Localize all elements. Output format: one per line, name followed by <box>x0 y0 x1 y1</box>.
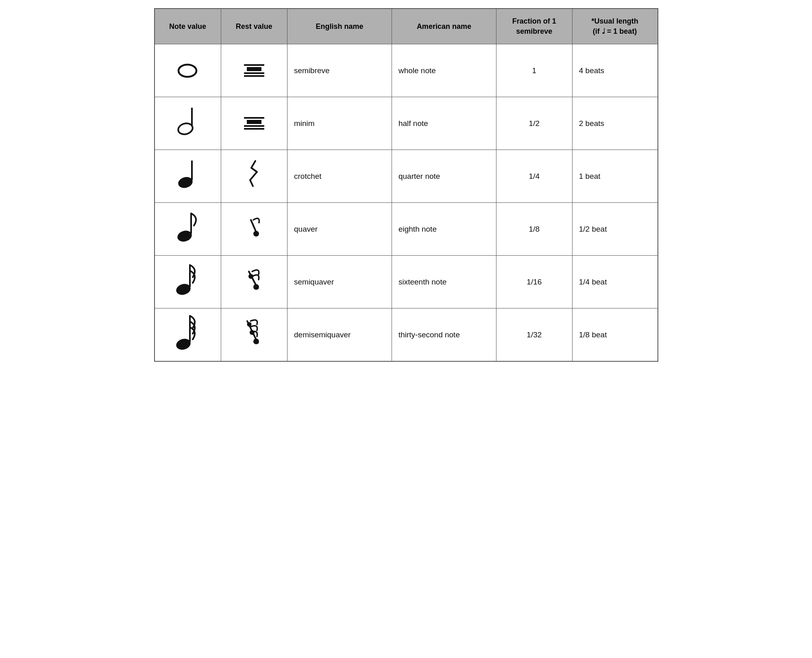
american-name-eighth: eighth note <box>392 203 496 256</box>
eighth-note-svg <box>176 210 200 243</box>
rest-top-line <box>244 64 264 66</box>
english-name-demisemiquaver: demisemiquaver <box>287 308 392 362</box>
rest-symbol-quarter <box>221 150 287 203</box>
whole-rest-display <box>228 64 281 77</box>
fraction-semibreve: 1 <box>496 44 572 97</box>
thirty-second-rest-svg <box>244 316 264 349</box>
rest-mid-line <box>244 72 264 74</box>
col-header-rest-value: Rest value <box>221 9 287 44</box>
rest-symbol-whole <box>221 44 287 97</box>
note-symbol-crotchet <box>155 150 221 203</box>
american-name-sixteenth: sixteenth note <box>392 256 496 308</box>
sixteenth-note-svg <box>174 262 201 296</box>
col-header-english-name: English name <box>287 9 392 44</box>
table-row: quaver eighth note 1/8 1/2 beat <box>155 203 658 256</box>
note-symbol-minim <box>155 97 221 150</box>
thirty-second-note-svg <box>174 313 201 351</box>
col-header-usual-length: *Usual length(if ♩ = 1 beat) <box>572 9 657 44</box>
english-name-semibreve: semibreve <box>287 44 392 97</box>
svg-line-13 <box>249 271 258 289</box>
american-name-thirty-second: thirty-second note <box>392 308 496 362</box>
half-rest-block <box>247 120 261 124</box>
table-row: semibreve whole note 1 4 beats <box>155 44 658 97</box>
quarter-rest-svg <box>244 158 264 190</box>
rest-block <box>247 67 261 71</box>
rest-symbol-sixteenth <box>221 256 287 308</box>
rest-symbol-half <box>221 97 287 150</box>
american-name-quarter: quarter note <box>392 150 496 203</box>
table-header-row: Note value Rest value English name Ameri… <box>155 9 658 44</box>
eighth-rest-svg <box>246 213 262 241</box>
usual-length-quaver: 1/2 beat <box>572 203 657 256</box>
table-row: semiquaver sixteenth note 1/16 1/4 beat <box>155 256 658 308</box>
half-note-svg <box>176 104 199 137</box>
sixteenth-rest-svg <box>245 264 263 295</box>
music-notes-table: Note value Rest value English name Ameri… <box>154 8 658 362</box>
quarter-note-svg <box>176 157 199 190</box>
table-row: crotchet quarter note 1/4 1 beat <box>155 150 658 203</box>
col-header-note-value: Note value <box>155 9 221 44</box>
english-name-semiquaver: semiquaver <box>287 256 392 308</box>
american-name-half: half note <box>392 97 496 150</box>
usual-length-minim: 2 beats <box>572 97 657 150</box>
english-name-crotchet: crotchet <box>287 150 392 203</box>
svg-point-0 <box>179 65 196 77</box>
half-rest-top-line <box>244 117 264 119</box>
fraction-crotchet: 1/4 <box>496 150 572 203</box>
usual-length-crotchet: 1 beat <box>572 150 657 203</box>
col-header-american-name: American name <box>392 9 496 44</box>
note-symbol-semibreve <box>155 44 221 97</box>
whole-note-svg <box>176 59 199 79</box>
fraction-semiquaver: 1/16 <box>496 256 572 308</box>
note-symbol-quaver <box>155 203 221 256</box>
english-name-quaver: quaver <box>287 203 392 256</box>
rest-symbol-eighth <box>221 203 287 256</box>
fraction-minim: 1/2 <box>496 97 572 150</box>
note-symbol-semiquaver <box>155 256 221 308</box>
american-name-whole: whole note <box>392 44 496 97</box>
table-row: demisemiquaver thirty-second note 1/32 1… <box>155 308 658 362</box>
fraction-demisemiquaver: 1/32 <box>496 308 572 362</box>
note-symbol-demisemiquaver <box>155 308 221 362</box>
usual-length-demisemiquaver: 1/8 beat <box>572 308 657 362</box>
rest-symbol-thirty-second <box>221 308 287 362</box>
english-name-minim: minim <box>287 97 392 150</box>
half-rest-bot2-line <box>244 128 264 130</box>
usual-length-semibreve: 4 beats <box>572 44 657 97</box>
half-rest-display <box>228 117 281 130</box>
col-header-fraction: Fraction of 1 semibreve <box>496 9 572 44</box>
table-row: minim half note 1/2 2 beats <box>155 97 658 150</box>
half-rest-bot-line <box>244 125 264 127</box>
music-notes-table-container: Note value Rest value English name Ameri… <box>154 8 658 362</box>
fraction-quaver: 1/8 <box>496 203 572 256</box>
usual-length-semiquaver: 1/4 beat <box>572 256 657 308</box>
rest-bot-line <box>244 75 264 77</box>
